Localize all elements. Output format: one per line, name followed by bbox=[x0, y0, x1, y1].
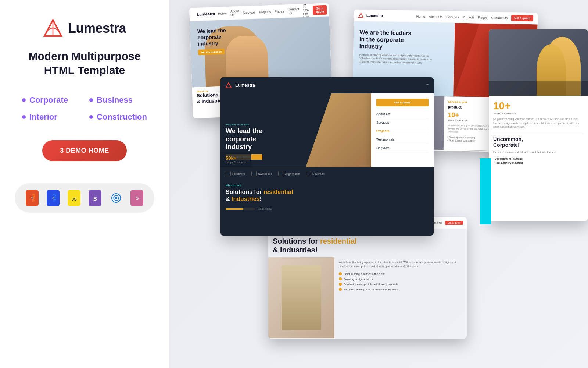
tagline: Modern Multipurpose HTML Template bbox=[29, 49, 141, 77]
logo-icon bbox=[43, 18, 63, 38]
dark-dropdown-menu: Get a quote About Us Services Projects T… bbox=[371, 93, 434, 167]
dark-hero-title: We lead thecorporateindustry bbox=[226, 127, 262, 151]
sass-icon: S bbox=[130, 190, 143, 206]
bullet-icon bbox=[22, 98, 26, 102]
bootstrap-icon: B bbox=[89, 190, 101, 206]
feature-label: Corporate bbox=[29, 95, 68, 105]
tech-stack-bar: 5 3 JS B S bbox=[15, 183, 154, 213]
svg-text:S: S bbox=[135, 195, 139, 201]
svg-marker-22 bbox=[226, 83, 231, 88]
bottom-image bbox=[268, 257, 334, 338]
feature-label: Interior bbox=[29, 112, 57, 122]
dark-hero-label: welcome to lumestra bbox=[226, 123, 262, 126]
screenshot-dark-main: Lumestra ☰ welcome to lumestra We lead t… bbox=[220, 77, 434, 236]
dropdown-cta[interactable]: Get a quote bbox=[376, 99, 429, 106]
feature-item-interior: Interior bbox=[22, 112, 78, 122]
dropdown-about: About Us bbox=[376, 110, 429, 118]
stat-customers-label: Happy Customers bbox=[226, 161, 246, 163]
brand-name: Lumestra bbox=[68, 21, 126, 36]
far-right-content: 10+ Years Experience we prioritize being… bbox=[489, 96, 588, 169]
svg-marker-21 bbox=[359, 13, 363, 17]
bullet-icon bbox=[22, 115, 26, 119]
angular-icon bbox=[110, 190, 122, 206]
dropdown-projects: Projects bbox=[376, 127, 429, 135]
brands-row: Pixelwave Swiftscope Brightvision Silver… bbox=[220, 167, 434, 180]
far-right-body: we prioritize being your true partner. O… bbox=[493, 117, 584, 129]
svg-point-13 bbox=[115, 197, 117, 199]
stats-row: 50k+ Happy Customers bbox=[220, 152, 251, 167]
bullet-icon bbox=[89, 98, 93, 102]
screenshot-far-right: 10+ Years Experience we prioritize being… bbox=[489, 29, 588, 221]
demo-home-button[interactable]: 3 DEMO HOME bbox=[42, 140, 127, 161]
feature-item-business: Business bbox=[89, 95, 147, 105]
dark-hero: welcome to lumestra We lead thecorporate… bbox=[220, 93, 434, 167]
nav-logo-triangle bbox=[194, 11, 194, 17]
feature-item-construction: Construction bbox=[89, 112, 147, 122]
stat-customers: 50k+ bbox=[226, 155, 246, 161]
html5-icon: 5 bbox=[26, 190, 39, 206]
nav-brand: Lumestra bbox=[197, 11, 215, 17]
cyan-accent-bar bbox=[480, 158, 491, 224]
features-grid: Corporate Business Interior Construction bbox=[15, 95, 154, 122]
bottom-body-area: We believe that being a partner to the c… bbox=[268, 257, 467, 338]
svg-text:3: 3 bbox=[52, 196, 54, 200]
nav-logo-icon-2 bbox=[358, 13, 363, 18]
dropdown-testimonials: Testimonials bbox=[376, 135, 429, 144]
svg-text:B: B bbox=[93, 196, 97, 202]
bottom-text-area: We believe that being a partner to the c… bbox=[334, 257, 467, 338]
cta-btn-1: Get Consultation bbox=[198, 49, 225, 56]
javascript-icon: JS bbox=[68, 190, 80, 206]
dropdown-services: Services bbox=[376, 118, 429, 127]
years-stat: 10+ bbox=[493, 100, 584, 112]
corp2-hero-title: We are the leadersin the corporateindust… bbox=[359, 29, 426, 51]
right-panel: Lumestra Home About Us Services Projects… bbox=[169, 0, 588, 368]
feature-label: Business bbox=[97, 95, 133, 105]
years-label: Years Experience bbox=[493, 112, 584, 115]
solutions-section: who we are Solutions for residential& In… bbox=[220, 180, 434, 206]
svg-text:5: 5 bbox=[31, 196, 33, 200]
hero-title-1: We lead thecorporateindustry bbox=[197, 27, 226, 47]
logo-area: Lumestra bbox=[43, 18, 126, 38]
css3-icon: 3 bbox=[47, 190, 60, 206]
feature-label: Construction bbox=[97, 112, 147, 122]
bullet-icon bbox=[89, 115, 93, 119]
feature-item-corporate: Corporate bbox=[22, 95, 78, 105]
left-panel: Lumestra Modern Multipurpose HTML Templa… bbox=[0, 0, 169, 368]
dropdown-contacts: Contacts bbox=[376, 144, 429, 152]
svg-text:JS: JS bbox=[72, 197, 76, 201]
dark-nav: Lumestra ☰ bbox=[220, 77, 434, 93]
solutions-title: Solutions for residential& Industries! bbox=[268, 235, 467, 257]
checklist: Belief in being a partner to the client … bbox=[339, 271, 462, 292]
